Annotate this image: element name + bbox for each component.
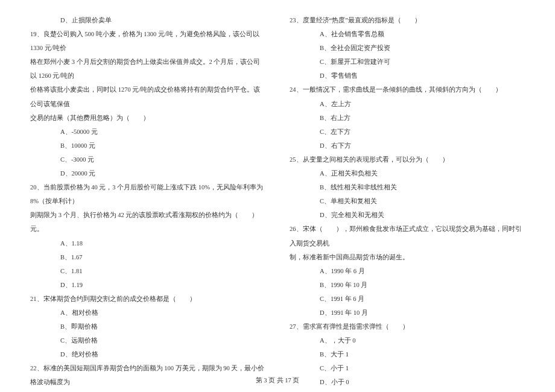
q24-option-a: A、左上方: [290, 97, 525, 111]
q20-line1: 20、当前股票价格为 40 元，3 个月后股价可能上涨或下跌 10%，无风险年利…: [30, 180, 265, 208]
q20-option-b: B、1.67: [30, 250, 265, 264]
q26-option-c: C、1991 年 6 月: [290, 292, 525, 306]
q24-option-b: B、右上方: [290, 111, 525, 125]
q19-option-c: C、-3000 元: [30, 153, 265, 166]
q25-option-b: B、线性相关和非线性相关: [290, 180, 525, 194]
q21-option-a: A、相对价格: [30, 306, 265, 320]
option-d-prev: D、止损限价卖单: [30, 13, 265, 27]
q26-option-b: B、1990 年 10 月: [290, 278, 525, 292]
q26-line2: 制，标准着新中国商品期货市场的诞生。: [290, 250, 525, 264]
q22-line1: 22、标准的美国短期国库券期货合约的面额为 100 万美元，期限为 90 天，最…: [30, 361, 265, 389]
q20-line2: 则期限为 3 个月、执行价格为 42 元的该股票欧式看涨期权的价格约为（ ）元。: [30, 208, 265, 236]
q23-option-d: D、零售销售: [290, 69, 525, 83]
q24-option-c: C、左下方: [290, 125, 525, 139]
q23-option-b: B、全社会固定资产投资: [290, 41, 525, 55]
q20-option-d: D、1.19: [30, 278, 265, 292]
q19-line4: 交易的结果（其他费用忽略）为（ ）: [30, 111, 265, 125]
q24-option-d: D、右下方: [290, 139, 525, 153]
q24-line1: 24、一般情况下，需求曲线是一条倾斜的曲线，其倾斜的方向为（ ）: [290, 83, 525, 96]
q21-option-c: C、远期价格: [30, 334, 265, 347]
q23-option-a: A、社会销售零售总额: [290, 27, 525, 41]
q22-line2: 一个基点（即 0.01%），则利率每波动一点所带来的一份合约价格的变动为（ ）: [30, 390, 265, 392]
q26-option-a: A、1990 年 6 月: [290, 264, 525, 278]
q27-option-c: C、小于 1: [290, 361, 525, 375]
q19-option-b: B、10000 元: [30, 139, 265, 153]
q25-line1: 25、从变量之间相关的表现形式看，可以分为（ ）: [290, 153, 525, 166]
q26-line1: 26、宋体（ ），郑州粮食批发市场正式成立，它以现货交易为基础，同时引入期货交易…: [290, 222, 525, 250]
q27-line1: 27、需求富有弹性是指需求弹性（ ）: [290, 320, 525, 334]
q21-line1: 21、宋体期货合约到期交割之前的成交价格都是（ ）: [30, 292, 265, 306]
q20-option-a: A、1.18: [30, 236, 265, 250]
q25-option-c: C、单相关和复相关: [290, 194, 525, 208]
q19-line3: 价格将该批小麦卖出，同时以 1270 元/吨的成交价格将持有的期货合约平仓。该公…: [30, 83, 265, 110]
q27-option-b: B、大于 1: [290, 347, 525, 361]
q25-option-d: D、完全相关和无相关: [290, 208, 525, 222]
q27-option-a: A、，大于 0: [290, 334, 525, 347]
q25-option-a: A、正相关和负相关: [290, 166, 525, 180]
q23-line1: 23、度量经济“热度”最直观的指标是（ ）: [290, 13, 525, 27]
q19-line1: 19、良楚公司购入 500 吨小麦，价格为 1300 元/吨，为避免价格风险，该…: [30, 27, 265, 55]
q21-option-d: D、绝对价格: [30, 347, 265, 361]
right-column: 23、度量经济“热度”最直观的指标是（ ） A、社会销售零售总额 B、全社会固定…: [290, 13, 525, 363]
q23-option-c: C、新屋开工和营建许可: [290, 55, 525, 69]
q19-option-a: A、-50000 元: [30, 125, 265, 139]
q21-option-b: B、即期价格: [30, 320, 265, 334]
page-footer: 第 3 页 共 17 页: [0, 376, 555, 385]
left-column: D、止损限价卖单 19、良楚公司购入 500 吨小麦，价格为 1300 元/吨，…: [30, 13, 265, 363]
q19-option-d: D、20000 元: [30, 166, 265, 180]
q19-line2: 格在郑州小麦 3 个月后交割的期货合约上做卖出保值并成交。2 个月后，该公司以 …: [30, 55, 265, 83]
q26-option-d: D、1991 年 10 月: [290, 306, 525, 320]
two-column-layout: D、止损限价卖单 19、良楚公司购入 500 吨小麦，价格为 1300 元/吨，…: [30, 13, 525, 363]
q20-option-c: C、1.81: [30, 264, 265, 278]
